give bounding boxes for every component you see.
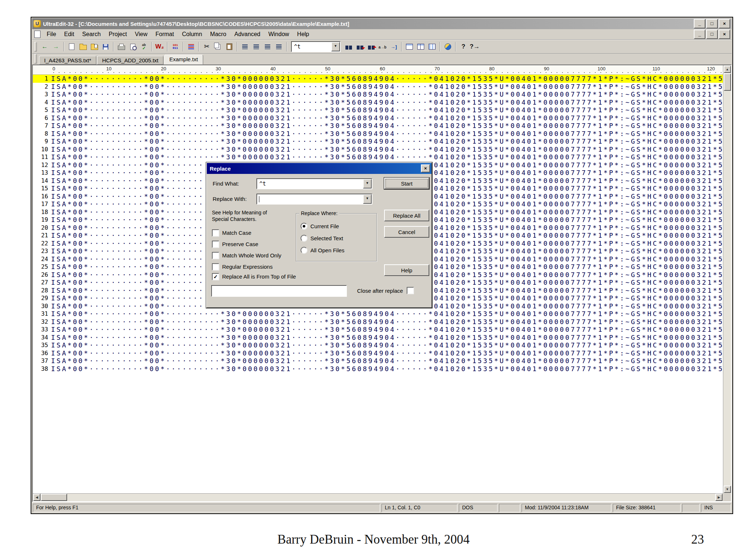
checkbox-icon[interactable] — [407, 287, 414, 294]
editor-line[interactable]: 8ISA*00*··········*00*··········*30*0000… — [33, 130, 723, 138]
goto-icon[interactable] — [388, 42, 399, 52]
chevron-down-icon[interactable]: ▼ — [331, 42, 340, 51]
editor-line[interactable]: 33ISA*00*··········*00*··········*30*000… — [33, 326, 723, 334]
editor-line[interactable]: 6ISA*00*··········*00*··········*30*0000… — [33, 114, 723, 122]
dialog-title-bar[interactable]: Replace × — [207, 163, 431, 174]
menu-view[interactable]: View — [131, 30, 151, 39]
back-icon[interactable]: ← — [39, 42, 50, 52]
editor-line[interactable]: 11ISA*00*··········*00*··········*30*000… — [33, 153, 723, 161]
checkbox-icon[interactable] — [212, 263, 219, 271]
find-what-combo[interactable]: ^t ▼ — [256, 178, 372, 189]
document-icon[interactable] — [34, 31, 40, 38]
save-icon[interactable] — [100, 42, 111, 52]
cancel-button[interactable]: Cancel — [384, 226, 429, 238]
scroll-down-icon[interactable]: ▼ — [724, 486, 731, 493]
tab-example-txt[interactable]: Example.txt — [164, 55, 203, 65]
editor-line[interactable]: 5ISA*00*··········*00*··········*30*0000… — [33, 106, 723, 114]
checkbox-option[interactable]: Preserve Case — [212, 238, 281, 250]
checkbox-icon[interactable] — [212, 229, 219, 237]
forward-icon[interactable]: → — [50, 42, 62, 52]
menu-window[interactable]: Window — [264, 30, 293, 39]
chevron-down-icon[interactable]: ▼ — [363, 194, 372, 204]
editor-line[interactable]: 34ISA*00*··········*00*··········*30*000… — [33, 334, 723, 342]
mdi-minimize-button[interactable]: _ — [694, 30, 705, 39]
context-help-icon[interactable]: ?→ — [469, 42, 480, 52]
editor-line[interactable]: 32ISA*00*··········*00*··········*30*000… — [33, 318, 723, 326]
align-justify-icon[interactable] — [273, 42, 285, 52]
chevron-down-icon[interactable]: ▼ — [363, 179, 372, 188]
replace-with-combo[interactable]: ▼ — [256, 194, 372, 205]
radio-option[interactable]: Selected Text — [301, 232, 344, 244]
tabbar-grip[interactable] — [34, 54, 37, 63]
menu-project[interactable]: Project — [105, 30, 131, 39]
open-favorites-icon[interactable] — [89, 42, 100, 52]
vertical-scroll-thumb[interactable] — [724, 73, 731, 91]
editor-line[interactable]: 37ISA*00*··········*00*··········*30*000… — [33, 357, 723, 365]
mdi-restore-button[interactable]: □ — [706, 30, 718, 39]
minimize-button[interactable]: _ — [694, 19, 705, 28]
editor-line[interactable]: 4ISA*00*··········*00*··········*30*0000… — [33, 98, 723, 106]
title-bar[interactable]: U UltraEdit-32 - [C:\Documents and Setti… — [32, 18, 732, 29]
editor-line[interactable]: 9ISA*00*··········*00*··········*30*0000… — [33, 137, 723, 145]
window-list-icon[interactable] — [404, 42, 415, 52]
mdi-close-button[interactable]: × — [719, 30, 730, 39]
tab-i-a4263-pass-txt-[interactable]: I_A4263_PASS.txt* — [39, 56, 96, 65]
menu-edit[interactable]: Edit — [60, 30, 78, 39]
menu-help[interactable]: Help — [293, 30, 313, 39]
new-file-icon[interactable] — [66, 42, 77, 52]
spell-check-icon[interactable] — [138, 42, 150, 52]
wordpad-icon[interactable]: W₂ — [154, 42, 165, 52]
open-file-icon[interactable] — [77, 42, 89, 52]
help-button[interactable]: Help — [384, 264, 429, 276]
editor-line[interactable]: 31ISA*00*··········*00*··········*30*000… — [33, 310, 723, 318]
editor-line[interactable]: 10ISA*00*··········*00*··········*30*000… — [33, 145, 723, 153]
dialog-close-button[interactable]: × — [421, 164, 430, 172]
replace-all-button[interactable]: Replace All — [384, 210, 429, 221]
editor-line[interactable]: 2ISA*00*··········*00*··········*30*0000… — [33, 83, 723, 91]
window-grid-icon[interactable] — [415, 42, 426, 52]
editor-line[interactable]: 35ISA*00*··········*00*··········*30*000… — [33, 341, 723, 349]
menu-file[interactable]: File — [43, 30, 60, 39]
align-center-icon[interactable] — [251, 42, 262, 52]
find-prev-icon[interactable] — [365, 42, 377, 52]
checkbox-option[interactable]: Match Whole Word Only — [212, 250, 281, 261]
checkbox-option[interactable]: Match Case — [212, 227, 281, 238]
menu-format[interactable]: Format — [151, 30, 178, 39]
copy-icon[interactable] — [212, 42, 224, 52]
find-icon[interactable] — [343, 42, 354, 52]
toolbar-grip[interactable] — [34, 42, 37, 51]
menu-macro[interactable]: Macro — [206, 30, 230, 39]
close-after-row[interactable]: Close after replace — [354, 287, 414, 294]
find-combo[interactable]: ^t▼ — [291, 41, 341, 52]
tab-hcpcs-add-2005-txt[interactable]: HCPCS_ADD_2005.txt — [97, 56, 163, 65]
find-next-icon[interactable] — [354, 42, 365, 52]
horizontal-scrollbar[interactable]: ◀ ▶ — [33, 493, 723, 501]
window-tile-icon[interactable] — [426, 42, 438, 52]
menu-search[interactable]: Search — [78, 30, 105, 39]
align-right-icon[interactable] — [262, 42, 273, 52]
editor-line[interactable]: 3ISA*00*··········*00*··········*30*0000… — [33, 90, 723, 98]
checkbox-icon[interactable] — [212, 252, 219, 259]
editor-line[interactable]: 7ISA*00*··········*00*··········*30*0000… — [33, 122, 723, 130]
print-preview-icon[interactable] — [127, 42, 138, 52]
print-icon[interactable] — [116, 42, 127, 52]
radio-option[interactable]: Current File — [301, 220, 344, 232]
editor-line[interactable]: 36ISA*00*··········*00*··········*30*000… — [33, 349, 723, 357]
scroll-left-icon[interactable]: ◀ — [33, 494, 40, 501]
restore-button[interactable]: □ — [706, 19, 718, 28]
format-lines-icon[interactable] — [185, 42, 197, 52]
editor-line[interactable]: 1ISA*00*··········*00*··········*30*0000… — [33, 75, 723, 83]
radio-icon[interactable] — [301, 223, 307, 230]
menu-column[interactable]: Column — [178, 30, 206, 39]
editor-line[interactable]: 38ISA*00*··········*00*··········*30*000… — [33, 365, 723, 373]
radio-option[interactable]: All Open Files — [301, 244, 344, 256]
checkbox-icon[interactable] — [212, 241, 219, 248]
hex-edit-icon[interactable] — [170, 42, 181, 52]
scroll-up-icon[interactable]: ▲ — [724, 66, 731, 73]
checkbox-option[interactable]: ✓Replace All is From Top of File — [212, 271, 296, 282]
align-left-icon[interactable] — [239, 42, 251, 52]
paste-icon[interactable] — [224, 42, 235, 52]
radio-icon[interactable] — [301, 235, 307, 242]
replace-icon[interactable] — [377, 42, 388, 52]
help-icon[interactable]: ? — [458, 42, 469, 52]
